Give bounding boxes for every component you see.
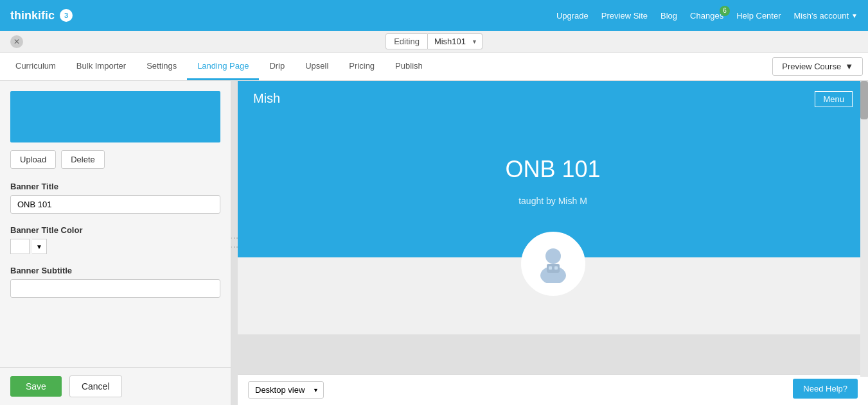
preview-author-section <box>238 257 868 334</box>
banner-subtitle-section: Banner Subtitle <box>10 266 220 298</box>
banner-title-color-section: Banner Title Color ▼ <box>10 225 220 254</box>
blog-link[interactable]: Blog <box>660 11 677 21</box>
banner-title-section: Banner Title <box>10 182 220 214</box>
changes-badge: 6 <box>720 6 730 16</box>
account-link[interactable]: Mish's account ▼ <box>794 11 858 21</box>
tab-bar: Curriculum Bulk Importer Settings Landin… <box>0 53 868 81</box>
save-button[interactable]: Save <box>10 376 62 397</box>
author-avatar <box>521 232 585 296</box>
svg-rect-4 <box>554 266 558 270</box>
desktop-view-bar: Desktop view <box>238 374 868 405</box>
tab-bulk-importer[interactable]: Bulk Importer <box>66 53 136 80</box>
tab-upsell[interactable]: Upsell <box>295 53 339 80</box>
left-panel: Upload Delete Banner Title Banner Title … <box>0 81 231 405</box>
right-panel: Mish Menu ONB 101 taught by Mish M <box>238 81 868 405</box>
preview-menu-button[interactable]: Menu <box>815 91 853 107</box>
banner-title-label: Banner Title <box>10 182 220 191</box>
cancel-button[interactable]: Cancel <box>69 375 122 397</box>
banner-subtitle-label: Banner Subtitle <box>10 266 220 275</box>
top-nav-right: Upgrade Preview Site Blog Changes 6 Help… <box>556 11 858 21</box>
changes-link[interactable]: Changes 6 <box>690 11 723 21</box>
top-nav: thinkific 3 Upgrade Preview Site Blog Ch… <box>0 0 868 31</box>
upload-delete-row: Upload Delete <box>10 150 220 169</box>
logo: thinkific <box>10 9 55 22</box>
tab-drip[interactable]: Drip <box>259 53 295 80</box>
notification-badge: 3 <box>60 9 73 22</box>
resize-divider[interactable]: ⋮⋮ <box>231 81 238 405</box>
color-picker-row: ▼ <box>10 239 220 254</box>
delete-button[interactable]: Delete <box>61 150 105 169</box>
banner-title-color-label: Banner Title Color <box>10 225 220 235</box>
editing-label: Editing <box>385 33 428 49</box>
tab-pricing[interactable]: Pricing <box>339 53 385 80</box>
account-name: Mish's account <box>794 11 849 21</box>
scrollbar-track[interactable] <box>860 81 868 377</box>
upload-button[interactable]: Upload <box>10 150 56 169</box>
avatar-icon <box>534 245 572 283</box>
close-button[interactable]: ✕ <box>10 35 23 48</box>
banner-subtitle-input[interactable] <box>10 279 220 298</box>
tab-curriculum[interactable]: Curriculum <box>5 53 66 80</box>
tab-publish[interactable]: Publish <box>385 53 433 80</box>
editing-bar: ✕ Editing Mish101 <box>0 31 868 53</box>
desktop-view-select[interactable]: Desktop view <box>248 381 324 399</box>
top-nav-left: thinkific 3 <box>10 9 73 22</box>
tab-landing-page[interactable]: Landing Page <box>187 53 259 80</box>
preview-course-chevron-icon: ▼ <box>845 62 853 71</box>
preview-site-name: Mish <box>253 91 280 106</box>
need-help-button[interactable]: Need Help? <box>793 379 858 399</box>
bottom-buttons: Save Cancel <box>0 367 231 405</box>
course-select[interactable]: Mish101 <box>428 33 483 49</box>
scrollbar-thumb[interactable] <box>860 81 868 119</box>
main-content: Upload Delete Banner Title Banner Title … <box>0 81 868 405</box>
upgrade-link[interactable]: Upgrade <box>556 11 589 21</box>
preview-course-button[interactable]: Preview Course ▼ <box>772 57 863 76</box>
color-dropdown-button[interactable]: ▼ <box>32 239 47 254</box>
svg-point-0 <box>545 248 561 264</box>
account-chevron-icon: ▼ <box>851 12 858 19</box>
help-center-link[interactable]: Help Center <box>736 11 781 21</box>
color-swatch[interactable] <box>10 239 30 254</box>
preview-header: Mish Menu <box>238 81 868 117</box>
desktop-view-select-wrapper[interactable]: Desktop view <box>248 381 324 399</box>
banner-image-preview <box>10 91 220 142</box>
preview-course-title: ONB 101 <box>253 156 853 183</box>
banner-title-input[interactable] <box>10 195 220 214</box>
course-select-wrapper[interactable]: Mish101 <box>428 33 483 49</box>
preview-site-link[interactable]: Preview Site <box>601 11 648 21</box>
tab-settings[interactable]: Settings <box>136 53 187 80</box>
svg-rect-3 <box>549 266 552 270</box>
tabs: Curriculum Bulk Importer Settings Landin… <box>5 53 433 80</box>
preview-taught-by: taught by Mish M <box>253 196 853 206</box>
